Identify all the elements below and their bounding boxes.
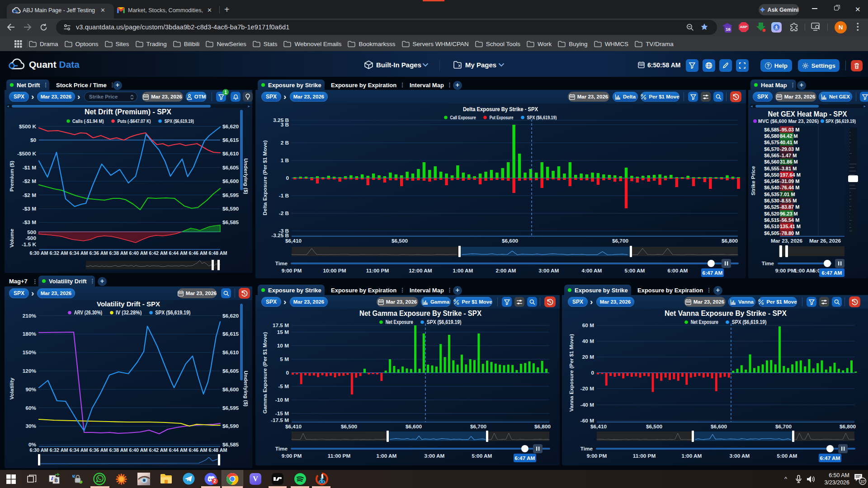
svg-text:Net Vanna Exposure By Strike -: Net Vanna Exposure By Strike - SPX <box>665 310 787 318</box>
svg-text:6:47 AM: 6:47 AM <box>703 270 723 276</box>
svg-text:210%: 210% <box>23 313 37 319</box>
svg-text:Underlying ($): Underlying ($) <box>243 371 249 406</box>
svg-text:Calls (-$1.94 M): Calls (-$1.94 M) <box>72 118 104 124</box>
svg-text:6:40 AM: 6:40 AM <box>129 250 148 256</box>
svg-text:$6,600: $6,600 <box>222 386 239 393</box>
svg-text:-10 M: -10 M <box>275 397 289 403</box>
svg-text:-8.55 M: -8.55 M <box>780 198 797 203</box>
svg-text:197.64 M: 197.64 M <box>780 172 801 178</box>
svg-text:4:00 AM: 4:00 AM <box>582 267 602 274</box>
svg-text:-1 B: -1 B <box>279 192 289 199</box>
svg-text:Net GEX Heat Map - SPX: Net GEX Heat Map - SPX <box>768 110 847 118</box>
svg-text:60%: 60% <box>25 405 36 411</box>
svg-text:11:00 PM: 11:00 PM <box>366 267 389 274</box>
svg-text:10:00 PM: 10:00 PM <box>323 267 346 274</box>
svg-text:-15 M: -15 M <box>275 410 289 417</box>
svg-text:11:00 PM: 11:00 PM <box>633 453 656 459</box>
svg-text:0: 0 <box>286 175 289 181</box>
svg-text:84.42 M: 84.42 M <box>780 133 798 139</box>
svg-text:5:00 AM: 5:00 AM <box>625 267 645 274</box>
svg-text:5:00 AM: 5:00 AM <box>777 453 797 459</box>
svg-text:6:44 AM: 6:44 AM <box>169 447 188 453</box>
svg-text:$6,595: $6,595 <box>222 192 239 198</box>
svg-text:SPX ($6,619.19): SPX ($6,619.19) <box>427 319 462 325</box>
svg-text:6:00 AM: 6:00 AM <box>668 267 688 274</box>
svg-text:SPX ($6,619.19): SPX ($6,619.19) <box>732 319 767 325</box>
svg-text:SPX ($6,619.19): SPX ($6,619.19) <box>826 118 856 124</box>
svg-text:Puts (-$647.07 K): Puts (-$647.07 K) <box>118 118 151 124</box>
svg-text:-20 M: -20 M <box>580 385 594 392</box>
svg-text:$6,700: $6,700 <box>612 238 629 244</box>
svg-text:$6,590: $6,590 <box>222 423 239 429</box>
svg-text:11:00 PM: 11:00 PM <box>328 453 351 459</box>
svg-text:$6,595: $6,595 <box>222 405 239 411</box>
svg-text:3:00 AM: 3:00 AM <box>730 453 750 459</box>
svg-text:$6,560: $6,560 <box>764 159 779 164</box>
svg-text:1:00 AM: 1:00 AM <box>453 267 473 274</box>
svg-text:-$3 M: -$3 M <box>23 219 36 225</box>
svg-text:$6,580: $6,580 <box>764 133 779 139</box>
svg-text:SPX ($6,619.19): SPX ($6,619.19) <box>155 310 190 316</box>
svg-text:Gamma Exposure (Per $1 Move): Gamma Exposure (Per $1 Move) <box>262 332 268 413</box>
svg-text:Time: Time <box>580 446 593 452</box>
svg-text:$6,620: $6,620 <box>222 123 239 130</box>
svg-text:Volatility: Volatility <box>9 377 15 399</box>
svg-text:$0: $0 <box>30 137 37 143</box>
svg-text:0: 0 <box>591 370 594 376</box>
svg-text:Net Exposure: Net Exposure <box>386 319 413 325</box>
svg-text:6:36 AM: 6:36 AM <box>90 447 108 453</box>
svg-text:$6,700: $6,700 <box>775 423 792 430</box>
svg-text:9:00 PM: 9:00 PM <box>775 267 796 274</box>
svg-text:40.41 M: 40.41 M <box>780 140 798 145</box>
svg-text:9:00 PM: 9:00 PM <box>587 453 607 459</box>
svg-text:$6,585: $6,585 <box>222 219 239 225</box>
svg-text:180%: 180% <box>23 331 37 337</box>
svg-text:$6,555: $6,555 <box>764 166 779 171</box>
svg-text:-2 B: -2 B <box>279 210 289 216</box>
svg-text:-1.47 M: -1.47 M <box>780 153 797 158</box>
svg-text:$6,515: $6,515 <box>764 217 779 223</box>
svg-text:$6,600: $6,600 <box>222 178 239 184</box>
svg-text:$6,600: $6,600 <box>406 423 422 430</box>
svg-text:6:36 AM: 6:36 AM <box>90 250 108 256</box>
svg-text:$6,605: $6,605 <box>222 164 239 171</box>
svg-text:20 M: 20 M <box>582 354 594 360</box>
svg-text:37: 37 <box>860 479 865 484</box>
svg-text:Underlying ($): Underlying ($) <box>243 158 249 194</box>
svg-text:135.41 M: 135.41 M <box>780 224 801 229</box>
svg-text:7.01 M: 7.01 M <box>780 192 795 197</box>
svg-text:9:00 PM: 9:00 PM <box>282 453 302 459</box>
svg-text:-500: -500 <box>25 235 36 241</box>
svg-text:-17.5 M: -17.5 M <box>271 417 289 423</box>
svg-text:-$2 M: -$2 M <box>23 178 36 184</box>
svg-text:6:30 AM: 6:30 AM <box>30 250 48 256</box>
svg-text:1:00 AM: 1:00 AM <box>794 267 815 274</box>
svg-text:-5 M: -5 M <box>278 383 289 389</box>
svg-text:$6,605: $6,605 <box>222 368 239 374</box>
svg-text:6:48 AM: 6:48 AM <box>209 250 227 256</box>
svg-text:$6,615: $6,615 <box>222 137 239 143</box>
svg-text:Net Exposure: Net Exposure <box>691 319 718 325</box>
svg-text:1:00 AM: 1:00 AM <box>377 453 397 459</box>
svg-text:-76.44 M: -76.44 M <box>780 185 799 190</box>
svg-text:3 B: 3 B <box>281 122 289 128</box>
svg-text:6:48 AM: 6:48 AM <box>209 447 227 453</box>
svg-text:Time: Time <box>275 446 288 452</box>
svg-text:Net Drift (Premium) - SPX: Net Drift (Premium) - SPX <box>85 108 171 116</box>
svg-text:2 B: 2 B <box>281 140 289 146</box>
svg-text:10 M: 10 M <box>277 343 289 349</box>
svg-text:$6,800: $6,800 <box>840 423 856 430</box>
svg-text:$6,600: $6,600 <box>711 423 727 430</box>
svg-text:-$500 K: -$500 K <box>17 150 36 157</box>
svg-text:60 M: 60 M <box>582 322 594 328</box>
svg-text:96.23 M: 96.23 M <box>780 211 798 216</box>
svg-text:0%: 0% <box>28 441 37 448</box>
svg-text:$6,700: $6,700 <box>470 423 487 430</box>
svg-text:Strike Price: Strike Price <box>750 166 756 195</box>
svg-text:5:00 AM: 5:00 AM <box>472 453 492 459</box>
svg-text:$500 K: $500 K <box>19 123 37 130</box>
svg-text:B: B <box>54 478 57 483</box>
svg-text:9:00 PM: 9:00 PM <box>282 267 302 274</box>
svg-text:Vanna Exposure (Per $1 Move): Vanna Exposure (Per $1 Move) <box>568 334 575 412</box>
svg-text:6:42 AM: 6:42 AM <box>149 250 168 256</box>
